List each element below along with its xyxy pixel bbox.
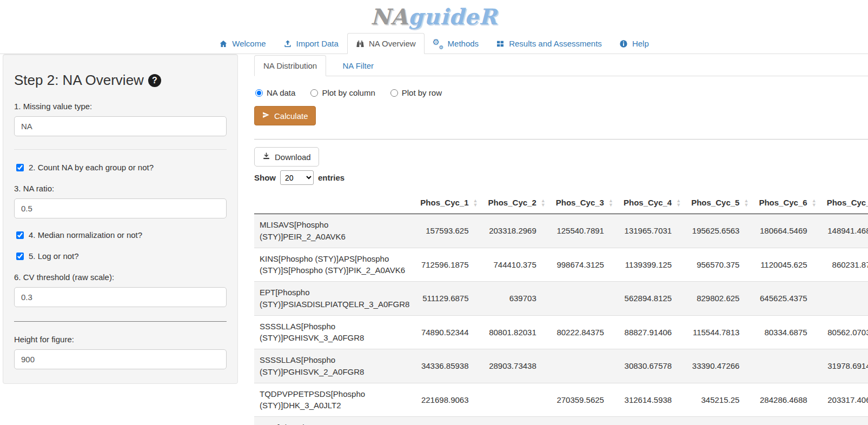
radio-plot-by-row[interactable]: Plot by row	[390, 88, 442, 97]
column-header-Phos_Cyc_5[interactable]: Phos_Cyc_5▲▼	[686, 191, 753, 214]
download-button-label: Download	[275, 152, 311, 162]
subtab-label: NA Distribution	[263, 61, 317, 70]
row-name-cell: TQDPVPPETPSDS[Phospho (STY)]DHK_3_A0JLT2	[254, 383, 415, 417]
median-norm-checkbox[interactable]	[16, 231, 24, 239]
nav-tab-help[interactable]: Help	[611, 33, 658, 54]
radio-plot-by-column[interactable]: Plot by column	[310, 88, 375, 97]
count-na-checkbox[interactable]	[16, 164, 24, 171]
value-cell: 80562.07031	[821, 315, 868, 349]
page-length-select[interactable]: 20	[280, 170, 314, 185]
radio-na-data-input[interactable]	[255, 89, 263, 97]
value-cell	[821, 282, 868, 316]
calculate-button[interactable]: Calculate	[254, 106, 316, 125]
upload-icon	[283, 39, 292, 48]
value-cell: 195625.6563	[686, 214, 753, 248]
subtab-label: NA Filter	[342, 61, 374, 70]
nav-tab-methods[interactable]: ⚙⚙ Methods	[425, 33, 488, 54]
subtab-na-distribution[interactable]: NA Distribution	[254, 55, 326, 76]
page-length-control: Show 20 entries	[254, 170, 868, 185]
download-button[interactable]: Download	[254, 147, 319, 167]
nav-tab-label: Help	[632, 39, 649, 48]
nav-tab-label: Methods	[448, 39, 479, 48]
column-header-label: Phos_Cyc_1	[420, 198, 468, 207]
calculate-button-label: Calculate	[274, 111, 308, 121]
value-cell: 115544.7813	[686, 315, 753, 349]
value-cell: 998674.3125	[551, 248, 618, 282]
nav-tab-import-data[interactable]: Import Data	[275, 33, 347, 54]
figure-height-label: Height for figure:	[14, 335, 227, 344]
value-cell: 157593.625	[415, 214, 482, 248]
value-cell: 221698.9063	[415, 383, 482, 417]
value-cell: 203317.4063	[821, 383, 868, 417]
value-cell: 511129.6875	[415, 282, 482, 316]
column-header-Phos_Cyc_3[interactable]: Phos_Cyc_3▲▼	[551, 191, 618, 214]
count-na-checkbox-row[interactable]: 2. Count NA by each group or not?	[16, 163, 227, 172]
value-cell: 316457.7188	[618, 417, 686, 425]
cv-threshold-input[interactable]	[14, 287, 227, 307]
content: Step 2: NA Overview ? 1. Missing value t…	[0, 54, 868, 425]
table-row: MLISAVS[Phospho (STY)]PEIR_2_A0AVK615759…	[254, 214, 868, 248]
missing-value-input[interactable]	[14, 116, 227, 136]
value-cell: 1120045.625	[753, 248, 821, 282]
sort-icon: ▲▼	[608, 198, 613, 207]
radio-plot-by-column-input[interactable]	[310, 89, 318, 97]
count-na-label: 2. Count NA by each group or not?	[29, 163, 154, 172]
nav-tab-na-overview[interactable]: NA Overview	[347, 33, 425, 54]
nav-tab-results[interactable]: Results and Assessments	[487, 33, 611, 54]
value-cell: 1139399.125	[618, 248, 686, 282]
row-name-cell: MLISAVS[Phospho (STY)]PEIR_2_A0AVK6	[254, 214, 415, 248]
column-header-Phos_Cyc_4[interactable]: Phos_Cyc_4▲▼	[618, 191, 686, 214]
sort-icon: ▲▼	[676, 198, 681, 207]
sort-icon: ▲▼	[473, 198, 478, 207]
value-cell: 427877.25	[483, 417, 551, 425]
figure-height-input[interactable]	[14, 349, 227, 369]
row-name-cell: SMS[Phospho (STY)]VDLSHIPLKDPLLFK_3_A0JN…	[254, 417, 415, 425]
sidebar-title-text: Step 2: NA Overview	[14, 72, 144, 89]
value-cell: 31978.69141	[821, 349, 868, 383]
value-cell: 80801.82031	[483, 315, 551, 349]
log-checkbox[interactable]	[16, 253, 24, 260]
value-cell	[483, 383, 551, 417]
median-norm-checkbox-row[interactable]: 4. Median normalization or not?	[16, 230, 227, 240]
value-cell	[753, 349, 821, 383]
log-label: 5. Log or not?	[29, 251, 79, 261]
subtab-na-filter[interactable]: NA Filter	[326, 55, 390, 76]
value-cell: 562894.8125	[618, 282, 686, 316]
radio-label: Plot by row	[402, 88, 442, 97]
column-header-label: Phos_Cyc_2	[488, 198, 536, 207]
naguider-app: NAguideR Welcome Import Data NA Overview	[0, 0, 868, 425]
help-question-icon[interactable]: ?	[148, 74, 161, 87]
gears-icon: ⚙⚙	[433, 39, 443, 48]
radio-na-data[interactable]: NA data	[255, 88, 295, 97]
column-header-label: Phos_Cyc_7	[827, 198, 868, 207]
entries-label: entries	[318, 173, 344, 182]
na-ratio-group: 3. NA ratio:	[14, 184, 227, 218]
value-cell: 180664.5469	[753, 214, 821, 248]
table-head: Phos_Cyc_1▲▼Phos_Cyc_2▲▼Phos_Cyc_3▲▼Phos…	[254, 191, 868, 214]
value-cell: 345215.25	[686, 383, 753, 417]
value-cell: 284286.4688	[753, 383, 821, 417]
log-checkbox-row[interactable]: 5. Log or not?	[16, 251, 227, 261]
show-label: Show	[254, 173, 276, 182]
header: NAguideR Welcome Import Data NA Overview	[0, 0, 868, 54]
radio-plot-by-row-input[interactable]	[390, 89, 398, 97]
na-ratio-input[interactable]	[14, 198, 227, 218]
nav-tab-welcome[interactable]: Welcome	[210, 33, 274, 54]
table-header-row: Phos_Cyc_1▲▼Phos_Cyc_2▲▼Phos_Cyc_3▲▼Phos…	[254, 191, 868, 214]
value-cell	[551, 282, 618, 316]
value-cell: 80222.84375	[551, 315, 618, 349]
value-cell: 80334.6875	[753, 315, 821, 349]
value-cell: 639703	[483, 282, 551, 316]
nav-tab-label: NA Overview	[369, 39, 416, 48]
value-cell: 270359.5625	[551, 383, 618, 417]
median-norm-label: 4. Median normalization or not?	[29, 230, 142, 240]
row-name-column-header[interactable]	[254, 191, 415, 214]
column-header-Phos_Cyc_7[interactable]: Phos_Cyc_7▲▼	[821, 191, 868, 214]
row-name-cell: KINS[Phospho (STY)]APS[Phospho (STY)]S[P…	[254, 248, 415, 282]
column-header-Phos_Cyc_2[interactable]: Phos_Cyc_2▲▼	[483, 191, 551, 214]
column-header-Phos_Cyc_1[interactable]: Phos_Cyc_1▲▼	[415, 191, 482, 214]
na-data-table: Phos_Cyc_1▲▼Phos_Cyc_2▲▼Phos_Cyc_3▲▼Phos…	[254, 191, 868, 425]
column-header-Phos_Cyc_6[interactable]: Phos_Cyc_6▲▼	[753, 191, 821, 214]
value-cell: 312614.5938	[618, 383, 686, 417]
value-cell: 203318.2969	[483, 214, 551, 248]
